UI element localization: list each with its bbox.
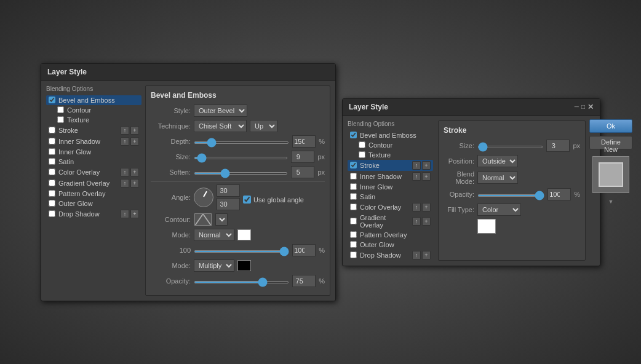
sidebar2-item-inner-shadow[interactable]: Inner Shadow ↑ + — [348, 171, 433, 182]
technique-select[interactable]: Chisel Soft Smooth Chisel Hard — [194, 120, 247, 132]
stroke-color-swatch[interactable] — [477, 219, 496, 234]
bevel2-checkbox[interactable] — [350, 132, 357, 138]
sidebar-item-inner-shadow[interactable]: Inner Shadow ↑ + — [46, 136, 141, 147]
sidebar-item-contour[interactable]: Contour — [46, 105, 141, 115]
inner-shadow-checkbox[interactable] — [49, 138, 55, 144]
sidebar2-item-satin[interactable]: Satin — [348, 192, 433, 202]
angle-dial[interactable] — [194, 188, 213, 207]
sidebar-item-drop-shadow[interactable]: Drop Shadow ↑ + — [46, 208, 141, 220]
satin2-checkbox[interactable] — [350, 193, 357, 200]
contour-preview[interactable] — [194, 213, 212, 226]
sidebar2-item-bevel[interactable]: Bevel and Emboss — [348, 130, 433, 140]
inner-shadow2-add[interactable]: + — [422, 172, 431, 181]
gradient-overlay-move[interactable]: ↑ — [121, 179, 129, 188]
sidebar2-item-color-overlay[interactable]: Color Overlay ↑ + — [348, 202, 433, 213]
color-overlay2-checkbox[interactable] — [350, 204, 357, 210]
stroke-add[interactable]: + — [130, 126, 139, 135]
color-overlay-add[interactable]: + — [130, 168, 139, 176]
sidebar2-item-inner-glow[interactable]: Inner Glow — [348, 182, 433, 192]
gradient-overlay-checkbox[interactable] — [49, 180, 55, 186]
inner-glow-checkbox[interactable] — [49, 148, 55, 155]
outer-glow-checkbox[interactable] — [49, 200, 55, 207]
stroke-move-up[interactable]: ↑ — [121, 126, 129, 135]
gradient-overlay2-add[interactable]: + — [422, 217, 431, 226]
shadow-color-swatch[interactable] — [237, 260, 251, 271]
depth-slider[interactable] — [194, 141, 289, 144]
outer-glow2-checkbox[interactable] — [350, 241, 357, 248]
sidebar2-item-outer-glow[interactable]: Outer Glow — [348, 240, 433, 250]
texture-checkbox[interactable] — [57, 116, 64, 123]
contour-select[interactable] — [215, 213, 228, 226]
depth-input[interactable] — [292, 135, 316, 148]
stroke2-add[interactable]: + — [422, 161, 431, 170]
stroke-opacity-slider[interactable] — [477, 194, 544, 197]
soften-input[interactable] — [291, 166, 314, 178]
stroke-size-input[interactable] — [546, 140, 570, 152]
sidebar2-item-pattern-overlay[interactable]: Pattern Overlay — [348, 230, 433, 240]
style-select[interactable]: Outer Bevel Inner Bevel Emboss — [194, 105, 247, 117]
sidebar-item-color-overlay[interactable]: Color Overlay ↑ + — [46, 167, 141, 178]
angle-input[interactable] — [217, 184, 240, 197]
opacity2-slider[interactable] — [194, 281, 289, 283]
contour2-checkbox[interactable] — [359, 141, 365, 148]
direction-select[interactable]: Up Down — [250, 120, 277, 132]
sidebar-item-gradient-overlay[interactable]: Gradient Overlay ↑ + — [46, 178, 141, 189]
stroke-opacity-input[interactable] — [547, 188, 571, 200]
stroke-size-slider[interactable] — [477, 146, 543, 148]
stroke2-checkbox[interactable] — [350, 162, 357, 168]
stroke-position-select[interactable]: Outside Inside Center — [477, 155, 518, 167]
sidebar-item-stroke[interactable]: Stroke ↑ + — [46, 125, 141, 136]
sidebar-item-outer-glow[interactable]: Outer Glow — [46, 199, 141, 208]
size-slider[interactable] — [194, 157, 288, 159]
stroke-blend-select[interactable]: Normal Multiply Screen — [477, 172, 518, 184]
sidebar2-item-texture[interactable]: Texture — [348, 150, 433, 160]
color-overlay2-move[interactable]: ↑ — [412, 203, 421, 212]
sidebar2-item-contour[interactable]: Contour — [348, 140, 433, 150]
inner-shadow-move[interactable]: ↑ — [121, 137, 129, 146]
maximize-icon[interactable]: □ — [581, 103, 585, 110]
soften-slider[interactable] — [194, 172, 288, 175]
ok-button[interactable]: Ok — [589, 119, 632, 133]
inner-shadow2-move[interactable]: ↑ — [412, 172, 421, 181]
drop-shadow-move[interactable]: ↑ — [121, 210, 129, 218]
stroke-checkbox[interactable] — [49, 127, 55, 133]
color-overlay-checkbox[interactable] — [49, 168, 55, 175]
sidebar-item-satin[interactable]: Satin — [46, 157, 141, 167]
sidebar-item-inner-glow[interactable]: Inner Glow — [46, 147, 141, 157]
sidebar-item-pattern-overlay[interactable]: Pattern Overlay — [46, 189, 141, 199]
opacity1-input[interactable] — [292, 244, 316, 256]
texture2-checkbox[interactable] — [359, 151, 365, 158]
inner-shadow-add[interactable]: + — [130, 137, 139, 146]
inner-shadow2-checkbox[interactable] — [350, 173, 357, 180]
color-overlay-move[interactable]: ↑ — [121, 168, 129, 176]
pattern-overlay2-checkbox[interactable] — [350, 231, 357, 238]
preview-arrow-down[interactable]: ▼ — [608, 199, 614, 205]
sidebar2-item-drop-shadow[interactable]: Drop Shadow ↑ + — [348, 250, 433, 261]
mode1-select[interactable]: Normal Multiply Screen — [194, 229, 234, 241]
altitude-input[interactable] — [217, 198, 240, 210]
highlight-color-swatch[interactable] — [237, 229, 251, 240]
define-new-button[interactable]: Define New — [589, 136, 632, 149]
minimize-icon[interactable]: ─ — [575, 103, 579, 110]
drop-shadow2-checkbox[interactable] — [350, 251, 357, 258]
drop-shadow-add[interactable]: + — [130, 210, 139, 218]
contour-checkbox[interactable] — [57, 106, 64, 113]
pattern-overlay-checkbox[interactable] — [49, 190, 55, 197]
drop-shadow2-move[interactable]: ↑ — [412, 251, 421, 259]
satin-checkbox[interactable] — [49, 158, 55, 165]
drop-shadow2-add[interactable]: + — [422, 251, 431, 259]
color-overlay2-add[interactable]: + — [422, 203, 431, 212]
inner-glow2-checkbox[interactable] — [350, 183, 357, 190]
gradient-overlay2-move[interactable]: ↑ — [412, 217, 421, 226]
gradient-overlay2-checkbox[interactable] — [350, 218, 357, 224]
mode2-select[interactable]: Multiply Normal Screen — [194, 259, 234, 272]
drop-shadow-checkbox[interactable] — [49, 210, 55, 217]
sidebar2-item-stroke[interactable]: Stroke ↑ + — [348, 160, 433, 171]
close-icon[interactable]: ✕ — [587, 103, 594, 111]
stroke-fill-select[interactable]: Color Gradient Pattern — [477, 204, 521, 216]
opacity2-input[interactable] — [292, 275, 316, 287]
sidebar2-item-gradient-overlay[interactable]: Gradient Overlay ↑ + — [348, 213, 433, 230]
gradient-overlay-add[interactable]: + — [130, 179, 139, 188]
sidebar-item-bevel[interactable]: Bevel and Emboss — [46, 95, 141, 105]
sidebar-item-texture[interactable]: Texture — [46, 115, 141, 125]
